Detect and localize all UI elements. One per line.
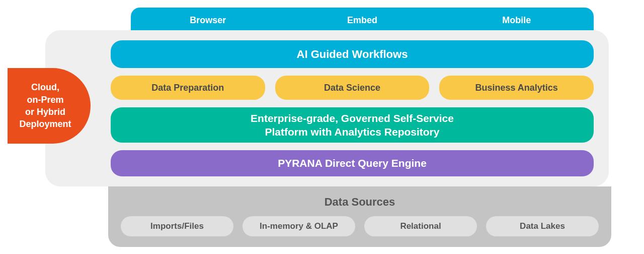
data-source-relational: Relational (364, 216, 477, 236)
diagram-container: Browser Embed Mobile Cloud, on-Prem or H… (0, 0, 644, 254)
capability-business-analytics: Business Analytics (439, 76, 594, 100)
deployment-badge: Cloud, on-Prem or Hybrid Deployment (8, 68, 91, 144)
data-source-imports: Imports/Files (121, 216, 233, 236)
client-browser: Browser (131, 15, 285, 26)
client-embed: Embed (285, 15, 440, 26)
client-types-bar: Browser Embed Mobile (131, 8, 594, 33)
query-engine-layer: PYRANA Direct Query Engine (111, 150, 594, 176)
enterprise-platform-label: Enterprise-grade, Governed Self-Service … (251, 111, 454, 139)
data-sources-title: Data Sources (121, 196, 599, 209)
ai-workflows-layer: AI Guided Workflows (111, 40, 594, 68)
data-sources-pills: Imports/Files In-memory & OLAP Relationa… (121, 216, 599, 236)
capability-data-preparation: Data Preparation (111, 76, 265, 100)
capability-data-science: Data Science (275, 76, 430, 100)
data-sources-section: Data Sources Imports/Files In-memory & O… (108, 186, 611, 247)
enterprise-platform-layer: Enterprise-grade, Governed Self-Service … (111, 107, 594, 143)
client-mobile: Mobile (439, 15, 594, 26)
deployment-label: Cloud, on-Prem or Hybrid Deployment (19, 81, 71, 130)
data-source-inmemory: In-memory & OLAP (243, 216, 355, 236)
data-source-datalakes: Data Lakes (486, 216, 599, 236)
main-platform-card: AI Guided Workflows Data Preparation Dat… (45, 30, 609, 186)
